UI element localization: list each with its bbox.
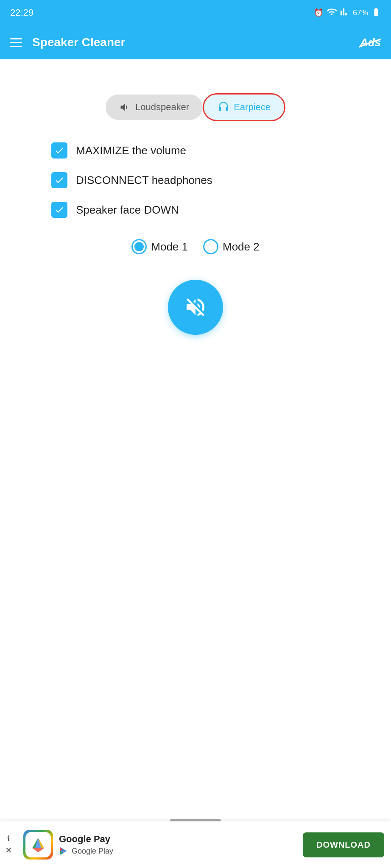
- info-icon[interactable]: ℹ: [7, 834, 10, 843]
- close-icon[interactable]: ✕: [5, 845, 12, 855]
- ad-store-row: Google Play: [59, 846, 303, 856]
- play-store-icon: [59, 846, 68, 856]
- disconnect-headphones-checkbox[interactable]: [51, 172, 67, 188]
- nav-indicator: [170, 819, 221, 821]
- menu-button[interactable]: [10, 38, 22, 47]
- ad-text: Google Pay Google Play: [59, 834, 303, 856]
- app-title: Speaker Cleaner: [32, 36, 350, 49]
- speaker-face-down-option[interactable]: Speaker face DOWN: [51, 202, 340, 218]
- disconnect-headphones-option[interactable]: DISCONNECT headphones: [51, 172, 340, 188]
- alarm-icon: ⏰: [314, 8, 323, 17]
- earpiece-tab-label: Earpiece: [234, 102, 271, 113]
- battery-text: 67%: [353, 8, 368, 17]
- maximize-volume-checkbox[interactable]: [51, 142, 67, 159]
- status-icons: ⏰ 67%: [314, 7, 381, 19]
- ad-close-area[interactable]: ℹ ✕: [0, 831, 17, 859]
- ad-store-name: Google Play: [72, 847, 113, 856]
- options-list: MAXIMIZE the volume DISCONNECT headphone…: [51, 142, 340, 218]
- wifi-icon: [327, 7, 337, 19]
- loudspeaker-tab-label: Loudspeaker: [135, 102, 189, 113]
- mode2-label: Mode 2: [223, 240, 260, 253]
- mode-toggle-container: Loudspeaker Earpiece: [106, 93, 285, 121]
- ad-app-icon: [23, 830, 53, 860]
- status-bar: 22:29 ⏰ 67%: [0, 0, 391, 25]
- main-content: Loudspeaker Earpiece MAXIMIZE the volume…: [0, 59, 391, 821]
- mode1-label: Mode 1: [151, 240, 188, 253]
- ad-app-name: Google Pay: [59, 834, 303, 845]
- loudspeaker-tab[interactable]: Loudspeaker: [106, 95, 203, 120]
- maximize-volume-label: MAXIMIZE the volume: [76, 144, 186, 157]
- mode2-radio-button[interactable]: [203, 239, 218, 254]
- app-bar: Speaker Cleaner Ads: [0, 25, 391, 59]
- mode1-radio-inner: [134, 242, 144, 251]
- status-time: 22:29: [10, 7, 34, 18]
- mode2-radio[interactable]: Mode 2: [203, 239, 260, 254]
- ad-banner: ℹ ✕ Google Pay Google Play DOWNLOAD: [0, 821, 391, 868]
- play-stop-button[interactable]: [168, 280, 223, 335]
- speaker-face-down-label: Speaker face DOWN: [76, 203, 179, 217]
- signal-icon: [340, 7, 349, 19]
- mode-radio-group: Mode 1 Mode 2: [131, 239, 259, 254]
- battery-icon: [371, 7, 381, 19]
- earpiece-tab[interactable]: Earpiece: [203, 93, 285, 121]
- maximize-volume-option[interactable]: MAXIMIZE the volume: [51, 142, 340, 159]
- disconnect-headphones-label: DISCONNECT headphones: [76, 174, 212, 187]
- mode1-radio-button[interactable]: [131, 239, 147, 254]
- download-button[interactable]: DOWNLOAD: [303, 832, 384, 857]
- ads-icon[interactable]: Ads: [360, 36, 381, 49]
- speaker-face-down-checkbox[interactable]: [51, 202, 67, 218]
- mode1-radio[interactable]: Mode 1: [131, 239, 188, 254]
